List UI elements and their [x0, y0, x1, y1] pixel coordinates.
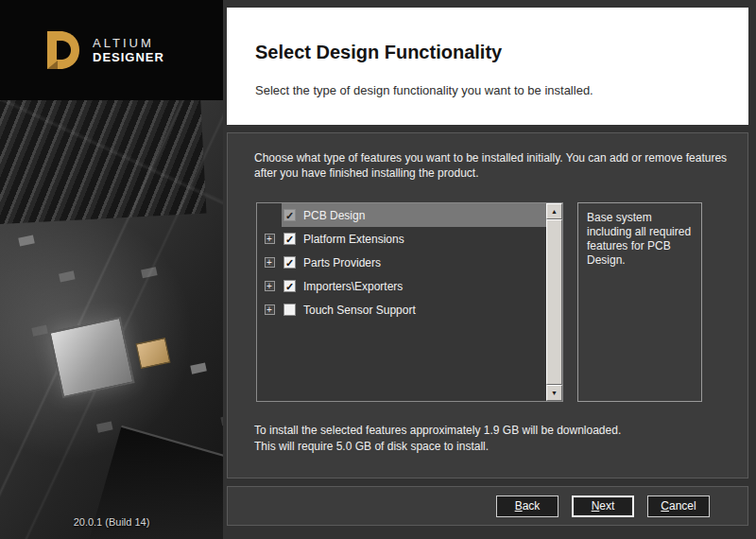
- expand-plus-icon[interactable]: +: [265, 234, 275, 244]
- download-note: To install the selected features approxi…: [254, 423, 621, 439]
- install-notes: To install the selected features approxi…: [254, 423, 621, 455]
- altium-logo: ALTIUM DESIGNER: [0, 0, 223, 100]
- feature-row-body[interactable]: ✓ Platform Extensions: [282, 227, 546, 251]
- back-button[interactable]: Back: [496, 496, 558, 517]
- feature-row[interactable]: ✓ PCB Design: [257, 203, 546, 227]
- scroll-down-button[interactable]: ▼: [546, 385, 562, 401]
- feature-checkbox[interactable]: [284, 304, 296, 316]
- feature-label: Platform Extensions: [303, 233, 404, 246]
- expander-cell: +: [257, 281, 282, 291]
- left-pane: ALTIUM DESIGNER 20.0.1 (Build 14): [0, 0, 223, 539]
- next-button-label: Next: [592, 499, 615, 513]
- header-panel: Select Design Functionality Select the t…: [227, 8, 748, 125]
- logo-line1: ALTIUM: [93, 36, 164, 50]
- scroll-up-icon: ▲: [551, 208, 558, 215]
- feature-checkbox[interactable]: ✓: [284, 233, 296, 245]
- feature-row[interactable]: + ✓ Platform Extensions: [257, 227, 546, 251]
- feature-row[interactable]: + Touch Sensor Support: [257, 298, 546, 322]
- feature-row-body[interactable]: ✓ PCB Design: [282, 203, 546, 227]
- scrollbar-thumb[interactable]: [546, 219, 562, 385]
- expand-plus-icon[interactable]: +: [265, 304, 275, 315]
- feature-list: ✓ PCB Design + ✓ Platform Extensions + ✓…: [257, 203, 546, 401]
- feature-row[interactable]: + ✓ Importers\Exporters: [257, 274, 546, 298]
- back-button-label: Back: [515, 499, 541, 513]
- feature-description: Base system including all required featu…: [577, 202, 702, 402]
- feature-list-box: ✓ PCB Design + ✓ Platform Extensions + ✓…: [256, 202, 563, 402]
- logo-text: ALTIUM DESIGNER: [93, 36, 164, 64]
- expand-plus-icon[interactable]: +: [265, 281, 275, 291]
- feature-row-body[interactable]: Touch Sensor Support: [282, 298, 546, 322]
- feature-row[interactable]: + ✓ Parts Providers: [257, 251, 546, 274]
- logo-line2: DESIGNER: [93, 50, 164, 64]
- cancel-button-label: Cancel: [661, 499, 696, 513]
- main-panel: Choose what type of features you want to…: [227, 132, 748, 478]
- expander-cell: +: [257, 304, 282, 315]
- cancel-button[interactable]: Cancel: [647, 496, 710, 517]
- feature-checkbox[interactable]: ✓: [284, 280, 296, 292]
- expander-cell: [257, 210, 282, 220]
- page-title: Select Design Functionality: [255, 42, 502, 63]
- footer-panel: Back Next Cancel: [227, 486, 748, 526]
- installer-window: ALTIUM DESIGNER 20.0.1 (Build 14) Select…: [0, 0, 756, 539]
- feature-label: Touch Sensor Support: [303, 304, 416, 317]
- page-subtitle: Select the type of design functionality …: [255, 83, 593, 97]
- scroll-down-icon: ▼: [551, 390, 558, 396]
- feature-label: Parts Providers: [303, 256, 381, 270]
- expander-cell: +: [257, 234, 282, 244]
- feature-row-body[interactable]: ✓ Parts Providers: [282, 251, 546, 274]
- expand-plus-icon[interactable]: +: [265, 257, 275, 268]
- feature-label: Importers\Exporters: [303, 280, 403, 293]
- altium-d-icon: [43, 29, 81, 71]
- feature-label: PCB Design: [303, 209, 365, 222]
- feature-checkbox[interactable]: ✓: [284, 256, 296, 269]
- next-button[interactable]: Next: [572, 496, 634, 517]
- instructions-text: Choose what type of features you want to…: [254, 150, 731, 181]
- scrollbar[interactable]: ▲ ▼: [546, 203, 562, 401]
- expander-cell: +: [257, 257, 282, 268]
- version-text: 20.0.1 (Build 14): [0, 516, 223, 528]
- feature-checkbox[interactable]: ✓: [284, 209, 296, 221]
- disk-note: This will require 5.0 GB of disk space t…: [254, 439, 621, 455]
- feature-row-body[interactable]: ✓ Importers\Exporters: [282, 274, 546, 298]
- scroll-up-button[interactable]: ▲: [546, 203, 562, 219]
